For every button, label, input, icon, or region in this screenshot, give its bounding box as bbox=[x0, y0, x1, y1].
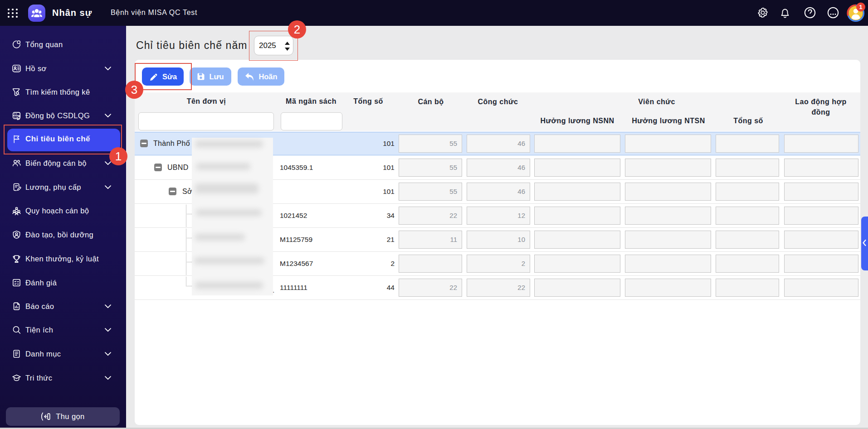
svg-text:1: 1 bbox=[859, 4, 863, 10]
